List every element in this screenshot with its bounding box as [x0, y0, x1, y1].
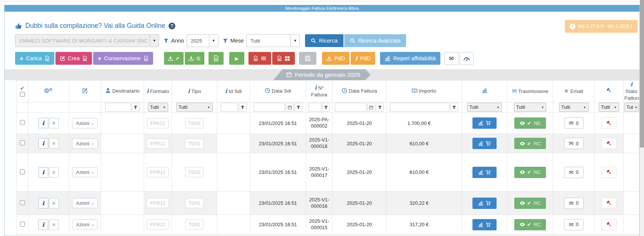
chart-cart-button[interactable] [472, 219, 497, 230]
filter-email-select[interactable]: Tutti▼ [559, 103, 589, 112]
pdf-file-icon [253, 56, 258, 61]
tipo-value: TD01 [185, 118, 204, 128]
pdf-grid-button[interactable] [272, 52, 295, 65]
info-button[interactable]: i [38, 219, 48, 230]
azioni-button[interactable]: Azioni› [72, 139, 98, 149]
filter-formato-select[interactable]: Tutti▼ [148, 103, 168, 112]
trasmissione-status-button[interactable]: ✔RC [514, 167, 546, 178]
gavel-button[interactable] [601, 167, 616, 178]
anno-select[interactable]: 2025 ▼ [187, 34, 218, 47]
gavel-icon [606, 141, 612, 146]
filter-id-sdi-funnel-button[interactable] [239, 103, 247, 112]
gavel-button[interactable] [601, 219, 616, 230]
check-icon: ✔ [527, 200, 531, 206]
mese-select[interactable]: Tutti ▼ [246, 34, 300, 47]
filter-tipo-select[interactable]: Tutti▼ [176, 103, 213, 112]
stato-fattura-cell [624, 134, 639, 153]
save-button[interactable] [299, 52, 316, 65]
filter-data-sdi-calendar-button[interactable] [286, 103, 294, 112]
email-count-button[interactable]: ✉0 [564, 167, 584, 178]
gavel-button[interactable] [601, 117, 616, 129]
pdd-download-button[interactable]: PdD [322, 52, 350, 65]
filter-chart-select[interactable]: Tutti▼ [467, 103, 502, 112]
info-button[interactable]: i [38, 118, 48, 128]
page-scrollbar[interactable] [640, 0, 644, 236]
azioni-button[interactable]: Azioni› [72, 198, 98, 208]
send-button[interactable]: ✈ [49, 118, 59, 128]
eye-icon [520, 169, 525, 175]
dashboard-button[interactable] [460, 52, 474, 65]
carica-button[interactable]: + Carica [15, 52, 54, 65]
filter-data-fattura-funnel-button[interactable] [376, 103, 384, 112]
company-select[interactable]: EMMECI SOFTWARE DI MORGANTI & CARGINI SN… [15, 34, 159, 47]
select-all-checkbox[interactable] [20, 92, 25, 97]
filter-n-fattura-input[interactable] [308, 103, 321, 112]
excel-export-button[interactable] [209, 52, 224, 65]
row-checkbox[interactable] [20, 169, 25, 174]
filter-stato-select[interactable]: Tut▼ [624, 103, 639, 112]
filter-importo-input[interactable] [390, 103, 449, 112]
data-fattura-value: 2025-01-20 [333, 134, 386, 153]
azioni-button[interactable]: Azioni› [72, 219, 98, 230]
azioni-button[interactable]: Azioni› [72, 167, 98, 177]
ricerca-avanzata-button[interactable]: Ricerca Avanzata [344, 34, 406, 47]
guide-link[interactable]: Dubbi sulla compilazione? Vai alla Guida… [15, 22, 639, 30]
send-button[interactable]: ✈ [49, 219, 59, 230]
info-button[interactable]: i [38, 167, 48, 178]
bar-chart-icon [478, 170, 483, 175]
chart-cart-button[interactable] [472, 117, 497, 129]
row-checkbox[interactable] [20, 222, 25, 227]
trasmissione-status-button[interactable]: ✔RC [514, 219, 546, 230]
trasmissione-status-button[interactable]: ✔NE [514, 117, 546, 129]
download-cancel-button[interactable] [185, 52, 204, 65]
email-count-button[interactable]: ✉0 [564, 198, 584, 209]
cart-icon [486, 222, 491, 227]
ricerca-button[interactable]: Ricerca [305, 34, 343, 47]
row-checkbox[interactable] [20, 200, 25, 205]
filter-n-fattura-funnel-button[interactable] [322, 103, 330, 112]
info-button[interactable]: i [38, 198, 48, 209]
filter-data-sdi-funnel-button[interactable] [294, 103, 302, 112]
filter-importo-funnel-button[interactable] [450, 103, 458, 112]
report-affidabilita-button[interactable]: Report affidabilità [380, 52, 440, 65]
gavel-button[interactable] [601, 198, 616, 209]
crea-button[interactable]: Crea [55, 52, 92, 65]
trasmissione-status-button[interactable]: ✔RC [514, 198, 546, 209]
gavel-button[interactable] [601, 138, 616, 149]
email-toolbar-button[interactable]: ✉ [445, 52, 458, 65]
conservazione-button[interactable]: + Conservazione [93, 52, 153, 65]
question-circle-icon[interactable]: ? [169, 23, 175, 29]
chart-cart-button[interactable] [472, 138, 497, 149]
filter-id-sdi-input[interactable] [221, 103, 238, 112]
email-count-button[interactable]: ✉0 [564, 117, 584, 129]
email-count-button[interactable]: ✉0 [564, 219, 584, 230]
edit-column-header [69, 81, 101, 102]
filter-trasmissione-select[interactable]: Tutti▼ [514, 103, 546, 112]
filter-data-sdi-input[interactable] [253, 103, 285, 112]
info-button[interactable]: i [38, 138, 48, 149]
send-button[interactable]: ✈ [49, 167, 59, 178]
azioni-button[interactable]: Azioni› [72, 118, 98, 128]
filter-destinatario-funnel-button[interactable] [132, 103, 140, 112]
funnel-icon [452, 105, 456, 110]
data-fattura-value: 2025-01-20 [333, 192, 386, 215]
chart-cart-button[interactable] [472, 167, 497, 178]
email-count-button[interactable]: ✉0 [564, 138, 584, 149]
person-icon [105, 88, 111, 94]
select-all-header: ✔ [17, 81, 28, 102]
pdd-info-button[interactable]: i PdD [351, 52, 375, 65]
send-button[interactable]: ✈ [49, 138, 59, 149]
pdf-list-button[interactable] [248, 52, 271, 65]
scrollbar-thumb[interactable] [640, 0, 644, 148]
filter-gavel-select[interactable]: Tutti▼ [599, 103, 619, 112]
send-button[interactable]: ✈ [49, 198, 59, 209]
row-checkbox[interactable] [20, 120, 25, 125]
filter-data-fattura-input[interactable] [335, 103, 366, 112]
download-edit-button[interactable] [164, 52, 184, 65]
filter-destinatario-input[interactable] [105, 103, 131, 112]
run-button[interactable]: ▶ [229, 52, 244, 65]
filter-data-fattura-calendar-button[interactable] [367, 103, 375, 112]
row-checkbox[interactable] [20, 140, 25, 145]
chart-cart-button[interactable] [472, 198, 497, 209]
trasmissione-status-button[interactable]: ✔RC [514, 138, 546, 149]
